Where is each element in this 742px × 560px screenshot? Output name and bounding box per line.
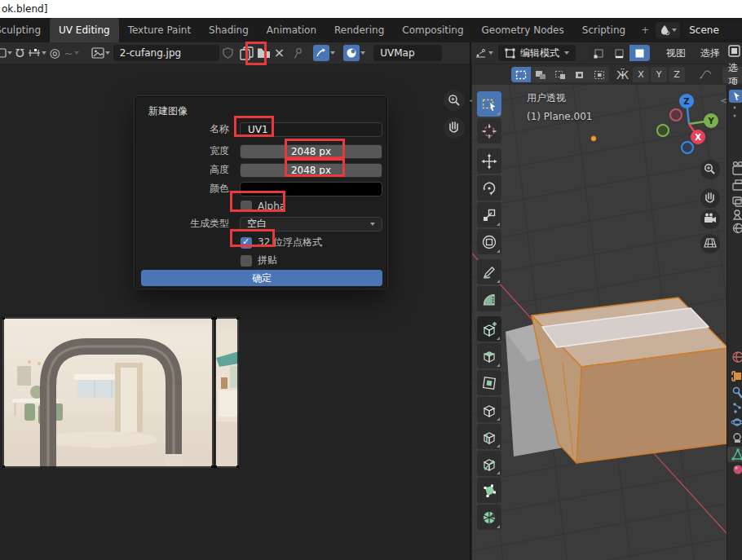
tab-geometry-nodes[interactable]: Geometry Nodes — [473, 18, 573, 42]
select-mode-extend-button[interactable] — [531, 67, 550, 82]
viewport-nav-buttons[interactable] — [700, 160, 720, 254]
tool-transform[interactable] — [477, 229, 501, 254]
edge-select-button[interactable] — [609, 45, 629, 61]
tab-rendering[interactable]: Rendering — [325, 18, 393, 42]
tool-rotate[interactable] — [477, 175, 501, 201]
scene-name-field[interactable]: Scene — [682, 22, 742, 38]
width-value: 2048 px — [291, 146, 331, 157]
name-value: UV1 — [248, 124, 268, 135]
tab-animation[interactable]: Animation — [258, 18, 325, 42]
chevron-down-icon — [370, 223, 375, 226]
options-dropdown[interactable]: 选项 — [722, 67, 742, 83]
generated-type-dropdown[interactable]: 空白 — [240, 217, 382, 231]
select-mode-set-button[interactable] — [511, 67, 531, 82]
proportional-falloff-icon[interactable] — [699, 69, 712, 80]
editor-type-button[interactable] — [0, 45, 12, 61]
tool-loop-cut[interactable] — [477, 424, 501, 449]
object-origin-dot — [591, 136, 596, 141]
menu-select[interactable]: 选择 — [696, 46, 725, 60]
tab-shading[interactable]: Shading — [200, 18, 258, 42]
view-axis-gizmo[interactable]: Z Y X — [657, 94, 718, 153]
mirror-x-toggle[interactable]: X — [633, 67, 649, 82]
chevron-down-icon — [105, 51, 110, 55]
ok-button[interactable]: 确定 — [141, 270, 382, 286]
tab-compositing[interactable]: Compositing — [393, 18, 472, 42]
falloff-curve-button[interactable]: ~ — [64, 45, 80, 61]
viewport-tool-settings: Ӝ X Y Z 选项 — [472, 64, 742, 85]
tab-material[interactable] — [734, 465, 742, 474]
tool-annotate[interactable] — [477, 259, 501, 284]
display-channels-toggle[interactable] — [343, 45, 360, 61]
unlink-image-icon[interactable]: × — [274, 46, 285, 60]
browse-image-button[interactable] — [91, 45, 110, 61]
name-input[interactable]: UV1 — [240, 122, 382, 137]
mesh-symmetry-icon[interactable]: Ӝ — [616, 69, 629, 81]
proportional-editing-icon[interactable]: ◎ — [50, 47, 60, 60]
float32-checkbox[interactable] — [241, 237, 252, 249]
tab-texture-paint[interactable]: Texture Paint — [119, 18, 200, 42]
tool-inset-faces[interactable] — [477, 370, 501, 395]
mode-dropdown[interactable]: 编辑模式 — [498, 45, 576, 61]
uv-image-preview[interactable] — [2, 317, 239, 468]
alpha-checkbox[interactable] — [241, 201, 252, 212]
tool-move[interactable] — [477, 148, 501, 174]
tool-box-select[interactable] — [477, 91, 501, 117]
face-select-button[interactable] — [629, 45, 650, 61]
select-mode-invert-button[interactable] — [570, 67, 590, 82]
open-image-folder-icon[interactable] — [257, 47, 271, 59]
width-slider[interactable]: 2048 px — [240, 144, 382, 159]
snap-target-button[interactable] — [28, 45, 46, 61]
tab-uv-editing[interactable]: UV Editing — [50, 18, 119, 42]
select-mode-subtract-button[interactable] — [550, 67, 570, 82]
width-row: 宽度 2048 px — [135, 143, 388, 159]
mirror-z-toggle[interactable]: Z — [669, 67, 685, 82]
new-image-icon[interactable] — [240, 46, 254, 60]
uv-sync-select-toggle[interactable] — [313, 45, 329, 61]
viewport-canvas[interactable]: Z Y X < — [472, 85, 727, 560]
mirror-y-toggle[interactable]: Y — [651, 67, 667, 82]
tab-modifiers[interactable] — [734, 388, 742, 399]
tool-measure[interactable] — [477, 286, 501, 311]
color-row: 颜色 — [135, 181, 388, 196]
properties-editor-icon[interactable] — [728, 45, 740, 57]
tab-world[interactable] — [734, 224, 742, 233]
vertex-select-button[interactable] — [589, 45, 609, 61]
tab-render[interactable] — [733, 162, 742, 174]
tool-knife[interactable] — [477, 451, 501, 476]
select-mode-intersect-button[interactable] — [590, 67, 609, 82]
tool-cursor[interactable] — [477, 118, 501, 143]
viewport-scene: Z Y X < — [472, 85, 727, 560]
tiled-checkbox[interactable] — [241, 255, 252, 267]
tab-physics[interactable] — [731, 419, 742, 426]
tool-spin[interactable] — [477, 505, 501, 530]
tool-add-cube[interactable] — [477, 316, 501, 342]
tab-view-layer[interactable] — [733, 197, 742, 206]
uv-nav-gizmos[interactable]: < — [439, 90, 473, 142]
tab-scene[interactable] — [734, 210, 741, 219]
menu-view[interactable]: 视图 — [661, 46, 691, 60]
add-workspace-button[interactable]: + — [634, 18, 656, 42]
color-swatch[interactable] — [240, 182, 382, 196]
scene-browse-button[interactable] — [656, 22, 680, 38]
pin-icon[interactable] — [293, 47, 303, 60]
image-name-field[interactable]: 2-cufang.jpg — [113, 45, 219, 61]
tab-world-red[interactable] — [733, 352, 742, 362]
tab-particles[interactable] — [733, 403, 741, 413]
chevron-down-icon[interactable] — [360, 51, 365, 55]
tool-bevel[interactable] — [477, 397, 501, 422]
chevron-down-icon[interactable] — [330, 51, 335, 55]
tab-constraints[interactable] — [734, 434, 740, 443]
tool-scale[interactable] — [477, 202, 501, 227]
tool-poly-build[interactable] — [477, 478, 501, 503]
uv-map-field[interactable]: UVMap — [373, 45, 442, 61]
shield-fake-user-icon[interactable] — [223, 47, 233, 59]
transform-pivot-button[interactable] — [475, 45, 493, 61]
name-row: 名称 UV1 — [135, 121, 388, 137]
tool-extrude-region[interactable] — [477, 343, 501, 368]
height-slider[interactable]: 2048 px — [240, 163, 382, 178]
tab-scripting[interactable]: Scripting — [573, 18, 634, 42]
tab-sculpting[interactable]: Sculpting — [0, 18, 50, 42]
tab-object[interactable] — [732, 372, 741, 381]
tab-output[interactable] — [733, 180, 742, 190]
snap-magnet-icon[interactable]: Ω — [15, 47, 24, 59]
